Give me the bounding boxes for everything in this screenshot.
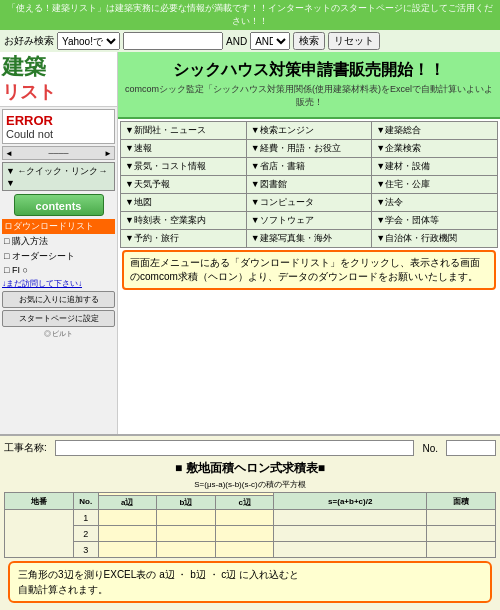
nav-cell[interactable]: ▼省店・書籍	[247, 158, 372, 175]
footer-small: ◎ ビルト	[2, 329, 115, 339]
col-header-s: s=(a+b+c)/2	[274, 493, 427, 510]
cell-no: 1	[73, 510, 98, 526]
nav-cell[interactable]: ▼自治体・行政機関	[372, 230, 497, 247]
top-banner-text: 「使える！建築リスト」は建築実務に必要な情報が満載です！！インターネットのスター…	[7, 3, 493, 26]
col-header-no: No.	[73, 493, 98, 510]
work-no-input[interactable]	[446, 440, 496, 456]
cell-no: 2	[73, 526, 98, 542]
work-title-input[interactable]	[55, 440, 415, 456]
scroll-indicator[interactable]: ◄ ──── ►	[2, 146, 115, 160]
main-layout: 建築 リスト ERROR Could not ◄ ──── ► ▼ ←クイック・…	[0, 52, 500, 434]
col-header-b: b辺	[156, 496, 215, 510]
search-engine-select[interactable]: Yahoo!で	[57, 32, 120, 50]
nav-cell[interactable]: ▼ソフトウェア	[247, 212, 372, 229]
nav-cell[interactable]: ▼天気予報	[121, 176, 246, 193]
col-header-chiban: 地番	[5, 493, 74, 510]
nav-cell[interactable]: ▼図書館	[247, 176, 372, 193]
nav-cell[interactable]: ▼経費・用語・お役立	[247, 140, 372, 157]
nav-cell[interactable]: ▼景気・コスト情報	[121, 158, 246, 175]
table-title: ■ 敷地面積ヘロン式求積表■	[4, 460, 496, 477]
work-no-label: No.	[422, 443, 438, 454]
work-title-row: 工事名称: No.	[4, 440, 496, 456]
menu-item-purchase[interactable]: □ 購入方法	[2, 234, 115, 249]
logo-area: 建築 リスト	[0, 52, 117, 107]
top-banner: 「使える！建築リスト」は建築実務に必要な情報が満載です！！インターネットのスター…	[0, 0, 500, 30]
hero-title: シックハウス対策申請書販売開始！！	[122, 60, 496, 81]
nav-cell[interactable]: ▼予約・旅行	[121, 230, 246, 247]
cell-no: 3	[73, 542, 98, 558]
content-area: シックハウス対策申請書販売開始！！ comcomシック監定「シックハウス対策用関…	[118, 52, 500, 434]
reset-button[interactable]: リセット	[328, 32, 380, 50]
cell-b[interactable]	[156, 542, 215, 558]
cell-area	[427, 542, 496, 558]
visit-link[interactable]: ↓まだ訪問して下さい↓	[2, 278, 115, 289]
hero-banner: シックハウス対策申請書販売開始！！ comcomシック監定「シックハウス対策用関…	[118, 52, 500, 119]
cell-area	[427, 510, 496, 526]
menu-item-fi-label: □ FI ○	[4, 265, 28, 275]
menu-item-order[interactable]: □ オーダーシート	[2, 249, 115, 264]
search-button[interactable]: 検索	[293, 32, 325, 50]
cell-c[interactable]	[216, 542, 274, 558]
and-label: AND	[226, 36, 247, 47]
nav-cell[interactable]: ▼住宅・公庫	[372, 176, 497, 193]
contents-button[interactable]: contents	[14, 194, 104, 216]
table-row: 3	[5, 542, 496, 558]
quick-link[interactable]: ▼ ←クイック・リンク→ ▼	[2, 162, 115, 191]
nav-cell[interactable]: ▼企業検索	[372, 140, 497, 157]
quick-link-label: ▼ ←クイック・リンク→ ▼	[6, 165, 111, 188]
instruction-text: 画面左メニューにある「ダウンロードリスト」をクリックし、表示される画面のcomc…	[130, 257, 480, 282]
cell-b[interactable]	[156, 510, 215, 526]
nav-cell[interactable]: ▼コンピュータ	[247, 194, 372, 211]
full-bottom: 工事名称: No. ■ 敷地面積ヘロン式求積表■ S=(μs-a)(s-b)(s…	[0, 434, 500, 610]
nav-cell[interactable]: ▼法令	[372, 194, 497, 211]
search-bar: お好み検索 Yahoo!で AND AND 検索 リセット	[0, 30, 500, 52]
col-header-a: a辺	[98, 496, 156, 510]
menu-item-fi[interactable]: □ FI ○	[2, 264, 115, 276]
add-favorite-button[interactable]: お気に入りに追加する	[2, 291, 115, 308]
sidebar: 建築 リスト ERROR Could not ◄ ──── ► ▼ ←クイック・…	[0, 52, 118, 434]
logo-main: 建築	[2, 54, 115, 80]
nav-cell[interactable]: ▼学会・団体等	[372, 212, 497, 229]
col-header-c: c辺	[216, 496, 274, 510]
hero-subtitle: comcomシック監定「シックハウス対策用関係(使用建築材料表)をExcelで自…	[122, 83, 496, 109]
cell-s	[274, 542, 427, 558]
nav-cell[interactable]: ▼建材・設備	[372, 158, 497, 175]
cell-s	[274, 510, 427, 526]
work-title-label: 工事名称:	[4, 441, 47, 455]
nav-cell[interactable]: ▼建築総合	[372, 122, 497, 139]
menu-items: ロダウンロードリスト □ 購入方法 □ オーダーシート □ FI ○	[2, 219, 115, 276]
menu-item-order-label: □ オーダーシート	[4, 250, 75, 263]
menu-item-download[interactable]: ロダウンロードリスト	[2, 219, 115, 234]
nav-cell[interactable]: ▼地図	[121, 194, 246, 211]
cell-a[interactable]	[98, 526, 156, 542]
nav-cell[interactable]: ▼新聞社・ニュース	[121, 122, 246, 139]
nav-cell[interactable]: ▼速報	[121, 140, 246, 157]
error-msg: Could not	[6, 128, 111, 140]
table-subtitle: S=(μs-a)(s-b)(s-c)の積の平方根	[4, 479, 496, 490]
calc-table: 地番 No. s=(a+b+c)/2 面積 a辺 b辺 c辺 123	[4, 492, 496, 558]
cell-b[interactable]	[156, 526, 215, 542]
nav-cell[interactable]: ▼検索エンジン	[247, 122, 372, 139]
error-title: ERROR	[6, 113, 111, 128]
col-header-area: 面積	[427, 493, 496, 510]
search-type-select[interactable]: AND	[250, 32, 290, 50]
cell-a[interactable]	[98, 510, 156, 526]
cell-c[interactable]	[216, 510, 274, 526]
cell-a[interactable]	[98, 542, 156, 558]
sidebar-footer: ↓まだ訪問して下さい↓ お気に入りに追加する スタートページに設定 ◎ ビルト	[2, 278, 115, 339]
instruction-box: 画面左メニューにある「ダウンロードリスト」をクリックし、表示される画面のcomc…	[122, 250, 496, 290]
logo-sub: リスト	[2, 80, 115, 104]
search-label: お好み検索	[4, 34, 54, 48]
set-startpage-button[interactable]: スタートページに設定	[2, 310, 115, 327]
nav-grid: ▼新聞社・ニュース▼検索エンジン▼建築総合▼速報▼経費・用語・お役立▼企業検索▼…	[120, 121, 498, 248]
cell-area	[427, 526, 496, 542]
cell-s	[274, 526, 427, 542]
nav-cell[interactable]: ▼時刻表・空業案内	[121, 212, 246, 229]
bottom-instruction-text: 三角形の3辺を測りEXCEL表の a辺 ・ b辺 ・ c辺 に入れ込むと自動計算…	[18, 569, 299, 595]
table-row: 1	[5, 510, 496, 526]
menu-item-download-label: ロダウンロードリスト	[4, 220, 94, 233]
search-input[interactable]	[123, 32, 223, 50]
table-row: 2	[5, 526, 496, 542]
nav-cell[interactable]: ▼建築写真集・海外	[247, 230, 372, 247]
cell-c[interactable]	[216, 526, 274, 542]
